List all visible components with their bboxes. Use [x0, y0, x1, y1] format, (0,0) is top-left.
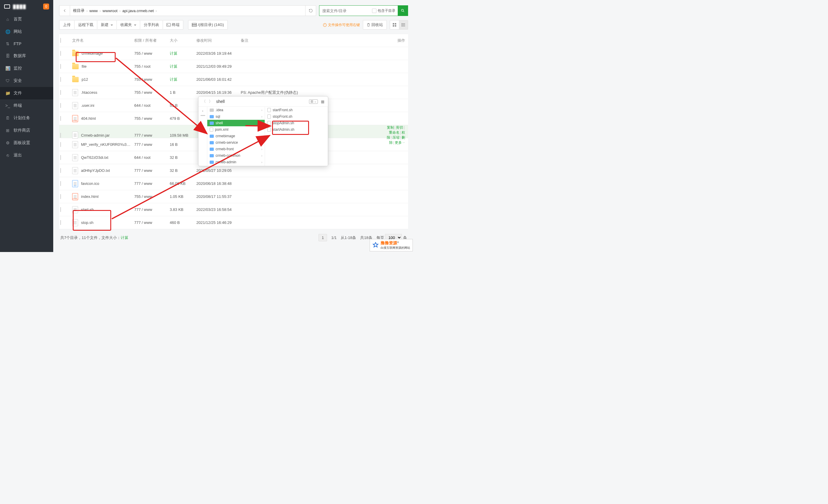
finder-columns-icon[interactable]: ▥ ⌄ — [309, 99, 318, 104]
row-checkbox[interactable] — [60, 207, 61, 212]
folder-icon — [210, 115, 214, 118]
sidebar-item-7[interactable]: >_终端 — [0, 99, 53, 112]
notification-badge[interactable]: 0 — [43, 4, 49, 9]
finder-item[interactable]: crmeb-common› — [207, 152, 265, 159]
sidebar-item-0[interactable]: ⌂首页 — [0, 13, 53, 26]
col-size[interactable]: 大小 — [170, 38, 196, 43]
row-op[interactable]: 复制 — [387, 125, 394, 130]
pager-current[interactable]: 1 — [319, 234, 327, 241]
breadcrumb-seg[interactable]: wwwroot — [102, 9, 118, 13]
terminal-button[interactable]: 终端 — [163, 20, 183, 30]
row-op-more[interactable]: 更多 — [395, 140, 405, 144]
finder-item[interactable]: crmeb-front› — [207, 146, 265, 152]
row-checkbox[interactable] — [60, 51, 61, 56]
sidebar-item-5[interactable]: 🛡安全 — [0, 75, 53, 87]
sidebar-item-8[interactable]: 🗓计划任务 — [0, 112, 53, 124]
row-checkbox[interactable] — [60, 103, 61, 108]
folder-icon — [72, 77, 79, 82]
breadcrumb-seg[interactable]: www — [89, 9, 97, 13]
row-op[interactable]: 重命名 — [389, 130, 400, 135]
refresh-button[interactable] — [305, 6, 316, 16]
grid-view-button[interactable] — [390, 20, 399, 29]
sidebar-label: 监控 — [13, 66, 22, 71]
breadcrumb-seg[interactable]: api.java.crmeb.net — [122, 9, 154, 13]
favorites-button[interactable]: 收藏夹 — [117, 20, 140, 30]
row-checkbox[interactable] — [60, 194, 61, 199]
row-op[interactable]: 剪切 — [396, 125, 403, 130]
svg-rect-7 — [393, 25, 394, 27]
finder-item[interactable]: sql› — [207, 113, 265, 120]
col-mtime[interactable]: 修改时间 — [196, 38, 241, 43]
share-list-button[interactable]: 分享列表 — [140, 20, 163, 30]
row-op[interactable]: 压缩 — [392, 135, 400, 139]
row-name: p12 — [82, 77, 88, 82]
finder-item[interactable]: pom.xml — [207, 126, 265, 133]
remote-download-button[interactable]: 远程下载 — [75, 20, 97, 30]
row-checkbox[interactable] — [60, 155, 61, 160]
list-view-button[interactable] — [399, 20, 408, 29]
search-button[interactable] — [398, 6, 408, 16]
col-note[interactable]: 备注 — [241, 38, 386, 43]
finder-item[interactable]: crmebimage› — [207, 133, 265, 139]
breadcrumb-seg[interactable]: 根目录 — [73, 8, 85, 13]
col-name[interactable]: 文件名 — [72, 38, 134, 43]
row-size: 32 B — [170, 155, 196, 160]
table-row[interactable]: file 755 / root 计算 2021/12/03 09:49:29 — [59, 60, 408, 73]
row-name: MP_verify_nKUF0RR0Yu3… — [81, 142, 130, 147]
recycle-bin-button[interactable]: 回收站 — [363, 20, 387, 30]
row-perm: 777 / www — [134, 207, 170, 212]
finder-item[interactable]: crmeb-admin› — [207, 159, 265, 165]
col-perm[interactable]: 权限 / 所有者 — [134, 38, 170, 43]
finder-item[interactable]: startAdmin.sh — [265, 126, 328, 133]
finder-item[interactable]: crmeb-service› — [207, 139, 265, 146]
include-subdir-checkbox[interactable]: 包含子目录 — [370, 8, 398, 13]
sidebar-item-6[interactable]: 📁文件 — [0, 87, 53, 99]
row-mtime: 2021/05/27 10:29:05 — [196, 168, 241, 173]
row-mtime: 2022/03/26 19:19:44 — [196, 51, 241, 55]
sidebar-item-11[interactable]: ⎋退出 — [0, 149, 53, 162]
finder-item[interactable]: .idea› — [207, 107, 265, 113]
row-checkbox[interactable] — [60, 64, 61, 69]
row-size: 1 B — [170, 90, 196, 95]
finder-fwd-icon[interactable]: 〉 — [209, 99, 213, 104]
table-row[interactable]: crmebimage 755 / www 计算 2022/03/26 19:19… — [59, 47, 408, 60]
new-button[interactable]: 新建 — [97, 20, 117, 30]
search-input[interactable] — [319, 9, 370, 13]
sidebar-item-2[interactable]: ⇅FTP — [0, 38, 53, 50]
finder-item[interactable]: startFront.sh — [265, 107, 328, 113]
sidebar-icon: 🛡 — [5, 78, 10, 83]
svg-rect-1 — [167, 24, 171, 27]
table-row[interactable]: stop.sh 777 / www 460 B 2021/12/25 16:46… — [59, 216, 408, 229]
sidebar-item-10[interactable]: ⚙面板设置 — [0, 137, 53, 149]
sidebar-item-9[interactable]: ⊞软件商店 — [0, 124, 53, 137]
table-row[interactable]: index.html 755 / www 1.05 KB 2020/08/17 … — [59, 190, 408, 203]
finder-back-icon[interactable]: 〈 — [202, 99, 206, 104]
sidebar-item-3[interactable]: 🗄数据库 — [0, 50, 53, 62]
sidebar-item-4[interactable]: 📊监控 — [0, 62, 53, 75]
row-checkbox[interactable] — [60, 181, 61, 186]
disk-selector[interactable]: /(根目录) (14G) — [188, 20, 228, 30]
upload-button[interactable]: 上传 — [59, 20, 75, 30]
table-row[interactable]: favicon.ico 777 / www 66.06 KB 2020/06/1… — [59, 177, 408, 190]
finder-item[interactable]: stopFront.sh — [265, 113, 328, 120]
chevron-right-icon: › — [86, 9, 87, 13]
row-checkbox[interactable] — [60, 168, 61, 173]
select-all-checkbox[interactable] — [60, 38, 61, 43]
finder-item[interactable]: stopAdmin.sh — [265, 120, 328, 126]
row-checkbox[interactable] — [60, 133, 61, 138]
row-checkbox[interactable] — [60, 220, 61, 225]
finder-item[interactable]: shell› — [207, 120, 265, 126]
sidebar-label: 软件商店 — [13, 128, 30, 133]
svg-rect-13 — [402, 26, 402, 26]
table-row[interactable]: p12 755 / www 计算 2021/06/03 16:01:42 — [59, 73, 408, 86]
file-icon — [267, 127, 271, 132]
row-checkbox[interactable] — [60, 77, 61, 82]
sidebar-item-1[interactable]: 🌐网站 — [0, 26, 53, 38]
row-checkbox[interactable] — [60, 116, 61, 121]
row-checkbox[interactable] — [60, 142, 61, 147]
table-row[interactable]: start.sh 777 / www 3.83 KB 2022/03/23 16… — [59, 203, 408, 216]
row-checkbox[interactable] — [60, 90, 61, 95]
file-icon — [72, 154, 78, 161]
finder-grid-icon[interactable]: ▦ — [321, 99, 324, 104]
nav-back-button[interactable] — [59, 6, 70, 16]
